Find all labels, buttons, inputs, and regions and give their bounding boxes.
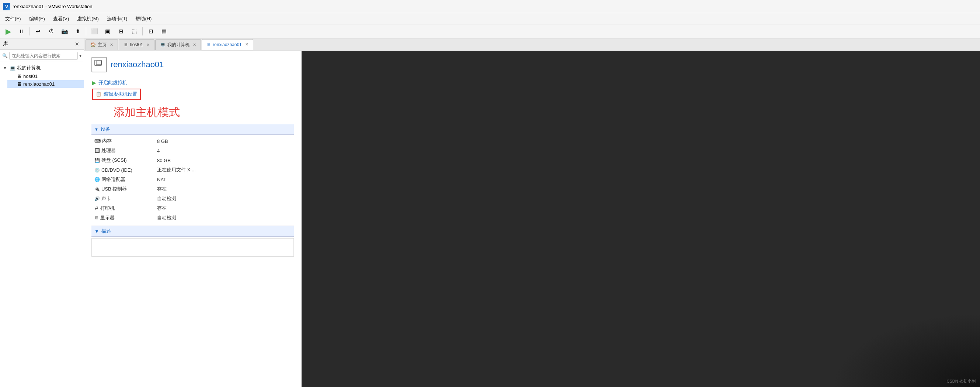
- main-layout: 库 ✕ 🔍 ▾ ▼ 💻 我的计算机 🖥 host01: [0, 38, 980, 387]
- sidebar-header: 库 ✕: [0, 38, 84, 50]
- cdrom-icon: 💿: [94, 168, 100, 173]
- toolbar-btn-2[interactable]: ↩: [32, 26, 44, 37]
- menu-bar: 文件(F) 编辑(E) 查看(V) 虚拟机(M) 选项卡(T) 帮助(H): [0, 13, 980, 24]
- tab-renxiaozhao01[interactable]: 🖥 renxiaozhao01 ✕: [202, 39, 253, 50]
- device-section-header[interactable]: ▼ 设备: [91, 124, 294, 135]
- start-vm-label: 开启此虚拟机: [99, 79, 127, 86]
- vm-actions: ▶ 开启此虚拟机 📋 编辑虚拟机设置: [91, 78, 294, 100]
- printer-icon: 🖨: [94, 206, 99, 211]
- device-row-usb: 🔌USB 控制器 存在: [91, 184, 294, 194]
- tab-vm-label: renxiaozhao01: [213, 42, 242, 47]
- tab-home-label: 主页: [98, 42, 107, 48]
- toolbar-btn-3[interactable]: ⏱: [45, 26, 57, 37]
- vm-info-panel: renxiaozhao01 ▶ 开启此虚拟机 📋 编辑虚拟机设置 添加主机模式: [84, 51, 302, 387]
- pause-button[interactable]: ⏸: [16, 26, 27, 37]
- tree-toggle-root: ▼: [3, 66, 8, 70]
- device-row-display: 🖥显示器 自动检测: [91, 213, 294, 223]
- tree-item-renxiaozhao01[interactable]: 🖥 renxiaozhao01: [7, 80, 84, 88]
- play-button[interactable]: ▶: [2, 26, 14, 37]
- tab-vm-icon: 🖥: [207, 42, 211, 47]
- tab-mypc-icon: 💻: [160, 42, 165, 47]
- toolbar-btn-4[interactable]: 📷: [59, 26, 70, 37]
- device-section-title: 设备: [101, 126, 110, 133]
- device-row-cdrom: 💿CD/DVD (IDE) 正在使用文件 X:...: [91, 165, 294, 175]
- tree-root-label: 我的计算机: [17, 65, 41, 71]
- tree-root-item[interactable]: ▼ 💻 我的计算机: [0, 64, 84, 72]
- toolbar-btn-6[interactable]: ⬜: [89, 26, 100, 37]
- toolbar-divider-1: [30, 27, 30, 35]
- tab-home-close[interactable]: ✕: [110, 42, 113, 47]
- edit-icon: 📋: [96, 91, 102, 97]
- search-dropdown-icon[interactable]: ▾: [79, 53, 81, 58]
- tab-mypc[interactable]: 💻 我的计算机 ✕: [155, 39, 201, 50]
- toolbar-btn-8[interactable]: ⊞: [115, 26, 127, 37]
- app-icon: V: [3, 3, 10, 10]
- tab-home[interactable]: 🏠 主页 ✕: [86, 39, 118, 50]
- menu-edit[interactable]: 编辑(E): [25, 14, 49, 24]
- tree-item-host01[interactable]: 🖥 host01: [7, 72, 84, 80]
- search-bar: 🔍 ▾: [0, 50, 84, 62]
- device-row-sound: 🔊声卡 自动检测: [91, 194, 294, 203]
- toolbar-btn-10[interactable]: ⊡: [145, 26, 157, 37]
- content-area: 🏠 主页 ✕ 🖥 host01 ✕ 💻 我的计算机 ✕ 🖥 renxiaozha…: [84, 38, 980, 387]
- tab-host01[interactable]: 🖥 host01 ✕: [119, 39, 154, 50]
- window-title: renxiaozhao01 - VMware Workstation: [13, 4, 92, 9]
- toolbar-btn-7[interactable]: ▣: [102, 26, 113, 37]
- sidebar-tree: ▼ 💻 我的计算机 🖥 host01 🖥 renxiaozhao01: [0, 62, 84, 387]
- search-icon: 🔍: [2, 53, 8, 58]
- tree-root-icon: 💻: [10, 66, 16, 71]
- tab-host01-label: host01: [130, 42, 143, 47]
- tab-vm-close[interactable]: ✕: [245, 42, 248, 47]
- title-bar: V renxiaozhao01 - VMware Workstation: [0, 0, 980, 13]
- vm-name-title: renxiaozhao01: [111, 60, 164, 69]
- toolbar-btn-9[interactable]: ⬚: [128, 26, 140, 37]
- menu-tabs[interactable]: 选项卡(T): [103, 14, 131, 24]
- sidebar: 库 ✕ 🔍 ▾ ▼ 💻 我的计算机 🖥 host01: [0, 38, 84, 387]
- play-icon: ▶: [92, 80, 96, 86]
- nic-icon: 🌐: [94, 177, 100, 182]
- tab-host01-icon: 🖥: [124, 42, 128, 47]
- screen-dark-shape: [832, 313, 980, 387]
- tree-host01-icon: 🖥: [17, 74, 22, 79]
- tab-mypc-close[interactable]: ✕: [193, 42, 196, 47]
- annotation-text: 添加主机模式: [113, 105, 294, 120]
- desc-section-header[interactable]: ▼ 描述: [91, 225, 294, 237]
- device-row-printer: 🖨打印机 存在: [91, 203, 294, 213]
- sidebar-close-button[interactable]: ✕: [73, 41, 81, 47]
- menu-help[interactable]: 帮助(H): [132, 14, 155, 24]
- device-row-memory: ⌨内存 8 GB: [91, 136, 294, 146]
- menu-view[interactable]: 查看(V): [49, 14, 73, 24]
- tree-host01-label: host01: [23, 74, 38, 79]
- vm-screen[interactable]: CSDN @初小刺: [302, 51, 980, 387]
- usb-icon: 🔌: [94, 187, 100, 192]
- tree-vm-label: renxiaozhao01: [23, 81, 54, 87]
- hdd-icon: 💾: [94, 158, 100, 163]
- toolbar-btn-5[interactable]: ⬆: [72, 26, 84, 37]
- svg-rect-3: [95, 60, 102, 66]
- tree-children: 🖥 host01 🖥 renxiaozhao01: [0, 72, 84, 88]
- desc-toggle-icon: ▼: [94, 229, 99, 234]
- tab-bar: 🏠 主页 ✕ 🖥 host01 ✕ 💻 我的计算机 ✕ 🖥 renxiaozha…: [84, 38, 980, 51]
- start-vm-link[interactable]: ▶ 开启此虚拟机: [92, 78, 294, 87]
- vm-panel: renxiaozhao01 ▶ 开启此虚拟机 📋 编辑虚拟机设置 添加主机模式: [84, 51, 980, 387]
- toolbar-divider-2: [86, 27, 86, 35]
- device-row-nic: 🌐网络适配器 NAT: [91, 175, 294, 184]
- display-icon: 🖥: [94, 215, 99, 221]
- screen-watermark: CSDN @初小刺: [947, 379, 975, 384]
- desc-area[interactable]: [91, 238, 294, 257]
- toolbar-btn-11[interactable]: ▤: [158, 26, 170, 37]
- menu-vm[interactable]: 虚拟机(M): [73, 14, 102, 24]
- edit-vm-link[interactable]: 📋 编辑虚拟机设置: [92, 89, 141, 100]
- search-input[interactable]: [9, 52, 78, 60]
- vm-title-row: renxiaozhao01: [91, 57, 294, 72]
- tab-mypc-label: 我的计算机: [167, 42, 189, 48]
- desc-section-title: 描述: [102, 228, 111, 235]
- device-row-hdd: 💾硬盘 (SCSI) 80 GB: [91, 155, 294, 165]
- menu-file[interactable]: 文件(F): [2, 14, 25, 24]
- toolbar: ▶ ⏸ ↩ ⏱ 📷 ⬆ ⬜ ▣ ⊞ ⬚ ⊡ ▤: [0, 24, 980, 38]
- tab-home-icon: 🏠: [90, 42, 96, 47]
- sound-icon: 🔊: [94, 196, 100, 201]
- sidebar-title: 库: [3, 41, 8, 47]
- tree-vm-icon: 🖥: [17, 81, 22, 87]
- tab-host01-close[interactable]: ✕: [146, 42, 150, 47]
